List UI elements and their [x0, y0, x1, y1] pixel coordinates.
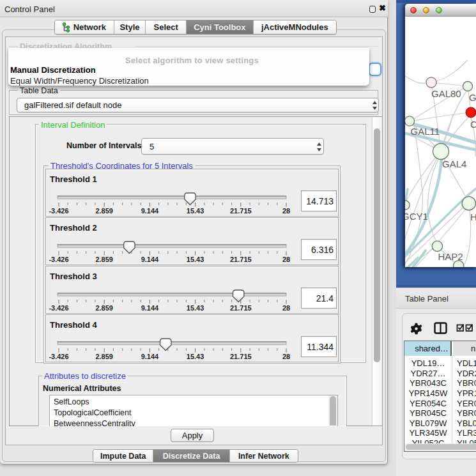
- svg-text:28: 28: [282, 207, 290, 215]
- svg-text:9.144: 9.144: [141, 256, 159, 263]
- svg-text:2.859: 2.859: [95, 256, 113, 263]
- svg-text:15.43: 15.43: [187, 256, 204, 263]
- svg-text:GA: GA: [469, 92, 476, 103]
- svg-text:-3.426: -3.426: [49, 256, 68, 263]
- svg-text:-3.426: -3.426: [49, 207, 68, 215]
- svg-text:15.43: 15.43: [187, 353, 204, 360]
- svg-text:21.715: 21.715: [230, 256, 252, 263]
- svg-text:15.43: 15.43: [187, 304, 204, 312]
- svg-text:GCY1: GCY1: [405, 211, 428, 222]
- svg-text:GAL11: GAL11: [411, 126, 440, 137]
- svg-text:9.144: 9.144: [141, 207, 159, 215]
- svg-text:GAL4: GAL4: [442, 158, 466, 169]
- svg-text:-3.426: -3.426: [49, 304, 68, 312]
- svg-text:9.144: 9.144: [141, 304, 159, 312]
- svg-text:-3.426: -3.426: [49, 353, 68, 360]
- svg-text:28: 28: [282, 304, 290, 312]
- svg-text:28: 28: [282, 256, 290, 263]
- svg-text:28: 28: [282, 353, 290, 360]
- svg-text:9.144: 9.144: [141, 353, 159, 360]
- svg-text:21.715: 21.715: [230, 304, 252, 312]
- svg-text:15.43: 15.43: [187, 207, 204, 215]
- svg-text:C: C: [470, 119, 476, 130]
- svg-text:HAP2: HAP2: [438, 251, 463, 262]
- svg-text:21.715: 21.715: [230, 207, 252, 215]
- svg-text:2.859: 2.859: [95, 353, 113, 360]
- svg-text:2.859: 2.859: [95, 304, 113, 312]
- svg-text:H: H: [470, 211, 476, 222]
- svg-text:GAL80: GAL80: [431, 88, 461, 99]
- svg-text:21.715: 21.715: [230, 353, 252, 360]
- svg-text:2.859: 2.859: [95, 207, 113, 215]
